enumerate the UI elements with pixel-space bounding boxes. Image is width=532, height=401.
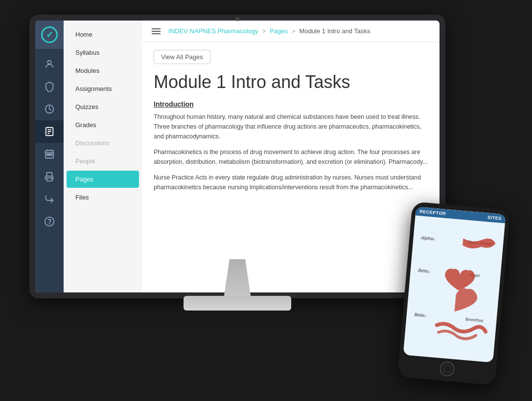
view-all-pages-button[interactable]: View All Pages xyxy=(154,50,210,64)
nav-panel: Home Syllabus Modules Assignments Quizze… xyxy=(64,21,142,292)
nav-item-pages[interactable]: Pages xyxy=(67,171,139,188)
phone-header-right: SITES xyxy=(487,215,502,221)
phone: RECEPTOR SITES Alpha₁ Blood vessels Beta… xyxy=(397,201,510,385)
monitor-bezel: ✓ xyxy=(29,15,445,298)
sidebar-icon-shield[interactable] xyxy=(35,75,64,98)
monitor-base xyxy=(184,296,291,311)
nav-item-assignments[interactable]: Assignments xyxy=(67,80,139,97)
svg-text:Beta₁: Beta₁ xyxy=(418,267,430,274)
svg-rect-14 xyxy=(47,173,52,176)
monitor-screen: ✓ xyxy=(35,21,439,292)
paragraph-3: Nurse Practice Acts in every state regul… xyxy=(154,173,428,192)
nav-item-syllabus[interactable]: Syllabus xyxy=(67,44,139,61)
sidebar-icon-print[interactable] xyxy=(35,165,64,188)
breadcrumb-sep2: > xyxy=(292,27,296,35)
page-title: Module 1 Intro and Tasks xyxy=(154,72,428,92)
phone-home-button[interactable] xyxy=(439,361,455,377)
sidebar-icon-help[interactable] xyxy=(35,210,64,233)
phone-header-left: RECEPTOR xyxy=(419,209,446,216)
svg-text:Beta₂: Beta₂ xyxy=(414,312,427,318)
paragraph-2: Pharmacokinetics is the process of drug … xyxy=(154,147,428,167)
scene: ✓ xyxy=(0,0,532,401)
svg-rect-12 xyxy=(51,154,52,156)
breadcrumb: INDEV NAPNES Pharmacology > Pages > Modu… xyxy=(142,21,439,42)
nav-item-grades[interactable]: Grades xyxy=(67,116,139,134)
breadcrumb-current: Module 1 Intro and Tasks xyxy=(300,27,370,35)
svg-rect-10 xyxy=(47,154,48,156)
logo-icon: ✓ xyxy=(41,26,58,43)
section-heading-introduction: Introduction xyxy=(154,100,428,108)
nav-item-quizzes[interactable]: Quizzes xyxy=(67,98,139,115)
svg-text:Bronchus: Bronchus xyxy=(465,316,484,323)
paragraph-1: Throughout human history, many natural a… xyxy=(154,112,428,141)
svg-text:Alpha₁: Alpha₁ xyxy=(420,235,435,242)
phone-content: Alpha₁ Blood vessels Beta₁ Heart Beta₂ B… xyxy=(403,216,505,363)
sidebar-icon-profile[interactable] xyxy=(35,53,64,75)
nav-item-modules[interactable]: Modules xyxy=(67,62,139,79)
content-body: View All Pages Module 1 Intro and Tasks … xyxy=(142,42,439,292)
nav-item-people: People xyxy=(67,153,139,170)
svg-point-16 xyxy=(49,223,50,224)
hamburger-menu[interactable] xyxy=(152,28,161,34)
sidebar-logo[interactable]: ✓ xyxy=(35,21,64,49)
nav-item-home[interactable]: Home xyxy=(67,26,139,43)
nav-item-files[interactable]: Files xyxy=(67,189,139,206)
sidebar-icon-calendar[interactable] xyxy=(35,143,64,165)
breadcrumb-pages[interactable]: Pages xyxy=(270,27,288,35)
receptor-diagram: Alpha₁ Blood vessels Beta₁ Heart Beta₂ B… xyxy=(406,219,502,359)
monitor: ✓ xyxy=(29,15,445,337)
phone-screen: RECEPTOR SITES Alpha₁ Blood vessels Beta… xyxy=(403,207,506,363)
breadcrumb-sep1: > xyxy=(262,27,266,35)
breadcrumb-course[interactable]: INDEV NAPNES Pharmacology xyxy=(168,27,258,35)
svg-rect-11 xyxy=(49,154,50,156)
sidebar-icon-redirect[interactable] xyxy=(35,188,64,210)
nav-item-discussions: Discussions xyxy=(67,134,139,152)
sidebar-icon-activity[interactable] xyxy=(35,98,64,120)
svg-point-0 xyxy=(47,61,51,64)
sidebar-icon-assignments[interactable] xyxy=(35,120,64,143)
main-content: INDEV NAPNES Pharmacology > Pages > Modu… xyxy=(142,21,439,292)
sidebar: ✓ xyxy=(35,21,64,292)
